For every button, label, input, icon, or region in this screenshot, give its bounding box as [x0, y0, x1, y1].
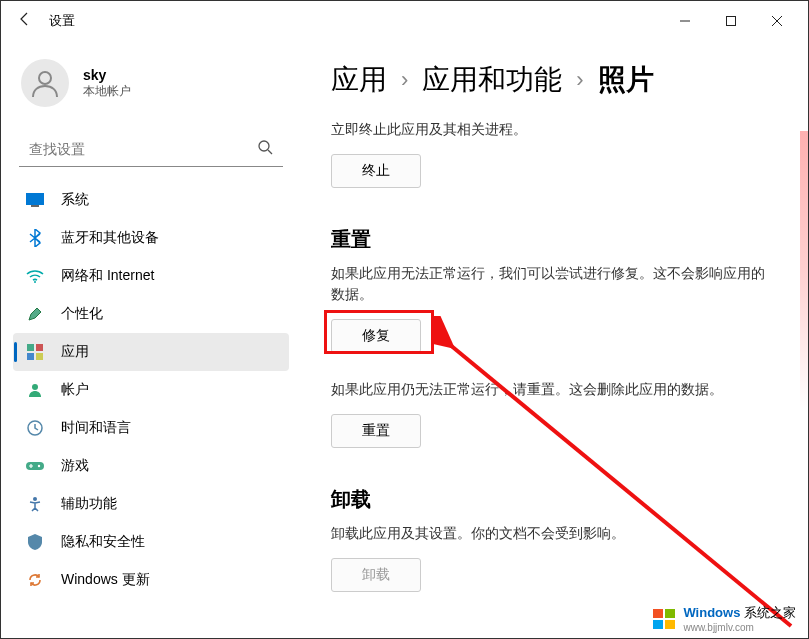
sidebar-item-label: 游戏: [61, 457, 89, 475]
window-title: 设置: [49, 12, 75, 30]
search-icon: [258, 140, 273, 158]
minimize-icon: [680, 16, 690, 26]
back-button[interactable]: [9, 11, 41, 31]
sidebar-item-label: 帐户: [61, 381, 89, 399]
chevron-right-icon: ›: [576, 67, 583, 93]
reset-section-title: 重置: [331, 226, 773, 253]
accessibility-icon: [25, 494, 45, 514]
sidebar-item-apps[interactable]: 应用: [13, 333, 289, 371]
search-box[interactable]: [19, 131, 283, 167]
close-button[interactable]: [754, 5, 800, 37]
search-input[interactable]: [29, 141, 258, 157]
sidebar-item-accounts[interactable]: 帐户: [13, 371, 289, 409]
sidebar-item-label: 隐私和安全性: [61, 533, 145, 551]
titlebar: 设置: [1, 1, 808, 41]
sidebar-item-label: 网络和 Internet: [61, 267, 154, 285]
accounts-icon: [25, 380, 45, 400]
sidebar-item-label: 个性化: [61, 305, 103, 323]
nav-list: 系统 蓝牙和其他设备 网络和 Internet 个性化 应用 帐户 时间和语言: [13, 181, 289, 599]
svg-point-18: [33, 497, 37, 501]
svg-rect-12: [27, 353, 34, 360]
svg-rect-22: [653, 620, 663, 629]
breadcrumb-current: 照片: [598, 61, 654, 99]
sidebar-item-label: 辅助功能: [61, 495, 117, 513]
svg-rect-23: [665, 620, 675, 629]
sidebar-item-label: 蓝牙和其他设备: [61, 229, 159, 247]
terminate-desc: 立即终止此应用及其相关进程。: [331, 119, 773, 140]
bluetooth-icon: [25, 228, 45, 248]
svg-point-4: [39, 72, 51, 84]
svg-rect-16: [26, 462, 44, 470]
chevron-right-icon: ›: [401, 67, 408, 93]
time-icon: [25, 418, 45, 438]
svg-rect-11: [36, 344, 43, 351]
svg-point-14: [32, 384, 38, 390]
uninstall-button: 卸载: [331, 558, 421, 592]
svg-rect-8: [31, 205, 39, 207]
update-icon: [25, 570, 45, 590]
windows-logo-icon: [651, 606, 677, 632]
svg-rect-1: [727, 17, 736, 26]
sidebar-item-system[interactable]: 系统: [13, 181, 289, 219]
svg-point-9: [34, 281, 36, 283]
content-pane: 应用 › 应用和功能 › 照片 立即终止此应用及其相关进程。 终止 重置 如果此…: [311, 41, 808, 638]
sidebar-item-label: 系统: [61, 191, 89, 209]
network-icon: [25, 266, 45, 286]
repair-desc: 如果此应用无法正常运行，我们可以尝试进行修复。这不会影响应用的数据。: [331, 263, 773, 305]
svg-point-17: [38, 465, 40, 467]
breadcrumb-apps-features[interactable]: 应用和功能: [422, 61, 562, 99]
sidebar-item-label: 应用: [61, 343, 89, 361]
user-name: sky: [83, 67, 131, 83]
avatar: [21, 59, 69, 107]
svg-rect-7: [26, 193, 44, 205]
window-controls: [662, 5, 800, 37]
account-type: 本地帐户: [83, 83, 131, 100]
gaming-icon: [25, 456, 45, 476]
svg-point-5: [259, 141, 269, 151]
sidebar-item-personalization[interactable]: 个性化: [13, 295, 289, 333]
watermark-brand: Windows 系统之家: [683, 604, 796, 622]
back-arrow-icon: [17, 11, 33, 27]
personalize-icon: [25, 304, 45, 324]
system-icon: [25, 190, 45, 210]
minimize-button[interactable]: [662, 5, 708, 37]
repair-button[interactable]: 修复: [331, 319, 421, 353]
breadcrumb-apps[interactable]: 应用: [331, 61, 387, 99]
decorative-sidebar-edge: [800, 131, 808, 411]
sidebar-item-windows-update[interactable]: Windows 更新: [13, 561, 289, 599]
sidebar-item-privacy[interactable]: 隐私和安全性: [13, 523, 289, 561]
sidebar-item-gaming[interactable]: 游戏: [13, 447, 289, 485]
uninstall-section-title: 卸载: [331, 486, 773, 513]
sidebar-item-network[interactable]: 网络和 Internet: [13, 257, 289, 295]
sidebar-item-accessibility[interactable]: 辅助功能: [13, 485, 289, 523]
apps-icon: [25, 342, 45, 362]
maximize-icon: [726, 16, 736, 26]
uninstall-desc: 卸载此应用及其设置。你的文档不会受到影响。: [331, 523, 773, 544]
reset-desc: 如果此应用仍无法正常运行，请重置。这会删除此应用的数据。: [331, 379, 773, 400]
watermark: Windows 系统之家 www.bjjmlv.com: [651, 604, 796, 633]
sidebar-item-bluetooth[interactable]: 蓝牙和其他设备: [13, 219, 289, 257]
sidebar-item-time-language[interactable]: 时间和语言: [13, 409, 289, 447]
close-icon: [772, 16, 782, 26]
sidebar-item-label: Windows 更新: [61, 571, 150, 589]
breadcrumb: 应用 › 应用和功能 › 照片: [331, 61, 773, 99]
user-block[interactable]: sky 本地帐户: [13, 49, 289, 125]
terminate-button[interactable]: 终止: [331, 154, 421, 188]
person-icon: [29, 67, 61, 99]
reset-button[interactable]: 重置: [331, 414, 421, 448]
sidebar-item-label: 时间和语言: [61, 419, 131, 437]
svg-line-6: [268, 150, 272, 154]
sidebar: sky 本地帐户 系统 蓝牙和其他设备 网络和 Internet 个性化 应用: [1, 41, 301, 639]
svg-rect-20: [653, 609, 663, 618]
svg-rect-21: [665, 609, 675, 618]
watermark-url: www.bjjmlv.com: [683, 622, 796, 633]
svg-rect-10: [27, 344, 34, 351]
shield-icon: [25, 532, 45, 552]
svg-rect-13: [36, 353, 43, 360]
maximize-button[interactable]: [708, 5, 754, 37]
